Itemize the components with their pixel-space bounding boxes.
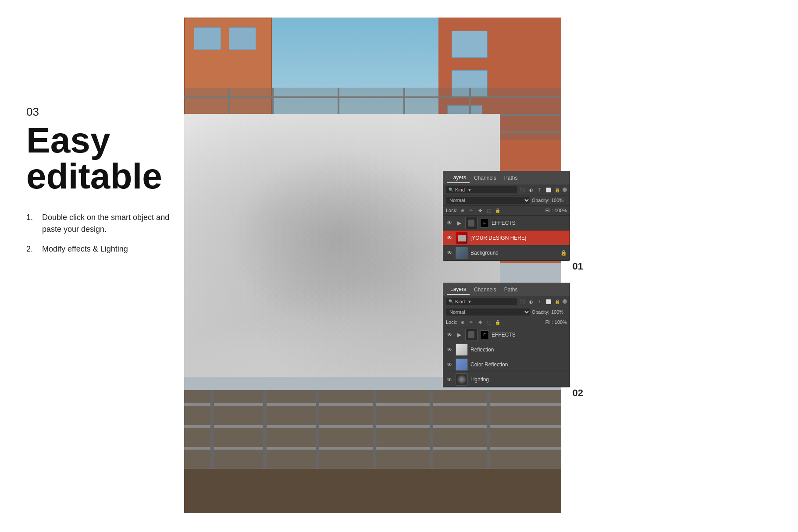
visibility-toggle-reflection[interactable]: 👁 (446, 346, 453, 353)
text-icon[interactable]: T (536, 186, 543, 193)
layer-background-1[interactable]: 👁 Background 🔒 (443, 245, 570, 260)
opacity-value-2: 100% (551, 309, 567, 315)
tab-paths-2[interactable]: Paths (501, 285, 521, 294)
lock-all-icon-2[interactable]: 🔒 (494, 319, 501, 326)
adjustment-icon[interactable]: ◐ (527, 186, 534, 193)
lock-position-icon[interactable]: ⊕ (459, 207, 466, 214)
visibility-toggle-effects-1[interactable]: 👁 (446, 220, 453, 227)
visibility-toggle-design-1[interactable]: 👁 (446, 234, 453, 241)
list-item: 1. Double click on the smart object and … (26, 212, 175, 235)
fill-label-1: Fill: (545, 208, 553, 213)
layer-design-1[interactable]: 👁 [YOUR DESIGN HERE] (443, 231, 570, 245)
lock-draw-icon-2[interactable]: ✏ (468, 319, 475, 326)
layer-name-bg-1: Background (470, 250, 558, 256)
tab-layers-2[interactable]: Layers (447, 284, 470, 295)
fill-value-2: 100% (555, 319, 567, 325)
layer-mask-effects-1: F (480, 219, 489, 227)
visibility-toggle-effects-2[interactable]: 👁 (446, 331, 453, 338)
panel-tab-bar-2: Layers Channels Paths (443, 283, 570, 296)
pixel-filter-icon-2[interactable]: ⬛ (519, 298, 526, 305)
lock-art-icon[interactable]: ⬚ (485, 207, 492, 214)
shape-icon-2[interactable]: ⬜ (545, 298, 552, 305)
lock-row-2: Lock: ⊕ ✏ ✥ ⬚ 🔒 Fill: 100% (443, 317, 570, 327)
layer-thumb-effects-1 (465, 217, 477, 229)
lock-move-icon[interactable]: ✥ (477, 207, 484, 214)
layers-panel-1: Layers Channels Paths 🔍 Kind ▼ ⬛ ◐ T ⬜ 🔒 (443, 171, 570, 261)
visibility-toggle-lighting[interactable]: 👁 (446, 376, 453, 383)
blend-row-1: Normal Opacity: 100% (443, 195, 570, 206)
step-number: 03 (26, 105, 175, 119)
layer-mask-effects-2: F (480, 330, 489, 339)
lock-row-1: Lock: ⊕ ✏ ✥ ⬚ 🔒 Fill: 100% (443, 206, 570, 216)
layer-name-effects-1: EFFECTS (492, 220, 567, 226)
layer-thumb-color-reflection (456, 358, 468, 371)
list-item: 2. Modify effects & Lighting (26, 243, 175, 255)
layer-thumb-effects-2 (465, 329, 477, 341)
layer-thumb-lighting (456, 373, 468, 386)
tab-channels-1[interactable]: Channels (470, 173, 500, 183)
tab-layers-1[interactable]: Layers (447, 173, 470, 183)
lock-position-icon-2[interactable]: ⊕ (459, 319, 466, 326)
text-icon-2[interactable]: T (536, 298, 543, 305)
pixel-filter-icon[interactable]: ⬛ (519, 186, 526, 193)
lock-label-1: Lock: (446, 208, 457, 213)
dot-icon-2 (563, 299, 567, 304)
dot-icon-1 (563, 188, 567, 192)
layer-lighting[interactable]: 👁 Lighting (443, 372, 570, 387)
panel-number-2: 02 (573, 387, 583, 399)
scaffolding-bottom (184, 390, 561, 469)
lock-move-icon-2[interactable]: ✥ (477, 319, 484, 326)
panel-toolbar-2: 🔍 Kind ▼ ⬛ ◐ T ⬜ 🔒 (443, 296, 570, 307)
layer-name-color-reflection: Color Reflection (470, 362, 567, 368)
left-panel: 03 Easy editable 1. Double click on the … (26, 105, 175, 263)
layer-lock-bg-1: 🔒 (560, 250, 567, 256)
layer-name-design-1: [YOUR DESIGN HERE] (470, 235, 567, 241)
tab-paths-1[interactable]: Paths (501, 173, 521, 183)
search-icon-2: 🔍 (449, 299, 453, 304)
layer-name-lighting: Lighting (470, 376, 567, 383)
adjustment-icon-2[interactable]: ◐ (527, 298, 534, 305)
layer-thumb-design-1 (456, 232, 468, 244)
lock-all-icon[interactable]: 🔒 (494, 207, 501, 214)
layer-effects-2[interactable]: 👁 ▶ F EFFECTS (443, 327, 570, 342)
blend-mode-select-2[interactable]: Normal (446, 309, 530, 316)
lock-art-icon-2[interactable]: ⬚ (485, 319, 492, 326)
layer-thumb-bg-1 (456, 247, 468, 259)
main-image (184, 18, 561, 513)
layer-thumb-reflection (456, 344, 468, 356)
search-box-2[interactable]: 🔍 Kind ▼ (446, 298, 517, 305)
main-heading: Easy editable (26, 122, 175, 194)
visibility-toggle-color-reflection[interactable]: 👁 (446, 361, 453, 368)
fill-value-1: 100% (555, 208, 567, 213)
blend-mode-select-1[interactable]: Normal (446, 197, 530, 204)
shape-icon[interactable]: ⬜ (545, 186, 552, 193)
layer-color-reflection[interactable]: 👁 Color Reflection (443, 357, 570, 372)
panel-tab-bar-1: Layers Channels Paths (443, 171, 570, 184)
tab-channels-2[interactable]: Channels (470, 285, 500, 294)
fill-label-2: Fill: (545, 319, 553, 325)
toolbar-icons-1: ⬛ ◐ T ⬜ 🔒 (519, 186, 567, 193)
layer-name-reflection: Reflection (470, 347, 567, 353)
visibility-toggle-bg-1[interactable]: 👁 (446, 249, 453, 256)
layer-name-effects-2: EFFECTS (492, 332, 567, 338)
search-icon-1: 🔍 (449, 188, 453, 192)
dropdown-arrow-1: ▼ (467, 188, 472, 192)
layer-reflection[interactable]: 👁 Reflection (443, 342, 570, 357)
instructions-list: 1. Double click on the smart object and … (26, 212, 175, 255)
smart-icon-2[interactable]: 🔒 (554, 298, 561, 305)
kind-label-1: Kind (455, 187, 465, 192)
toolbar-icons-2: ⬛ ◐ T ⬜ 🔒 (519, 298, 567, 305)
lock-draw-icon[interactable]: ✏ (468, 207, 475, 214)
panel-toolbar-1: 🔍 Kind ▼ ⬛ ◐ T ⬜ 🔒 (443, 184, 570, 195)
layer-effects-1[interactable]: 👁 ▶ F EFFECTS (443, 216, 570, 231)
ground (184, 469, 561, 513)
panel-number-1: 01 (573, 261, 583, 272)
opacity-label-1: Opacity: (532, 198, 549, 203)
search-box-1[interactable]: 🔍 Kind ▼ (446, 186, 517, 193)
layers-panel-2: Layers Channels Paths 🔍 Kind ▼ ⬛ ◐ T ⬜ 🔒 (443, 283, 570, 387)
lock-label-2: Lock: (446, 319, 457, 325)
opacity-label-2: Opacity: (532, 309, 549, 315)
blend-row-2: Normal Opacity: 100% (443, 307, 570, 317)
smart-icon[interactable]: 🔒 (554, 186, 561, 193)
opacity-value-1: 100% (551, 198, 567, 203)
